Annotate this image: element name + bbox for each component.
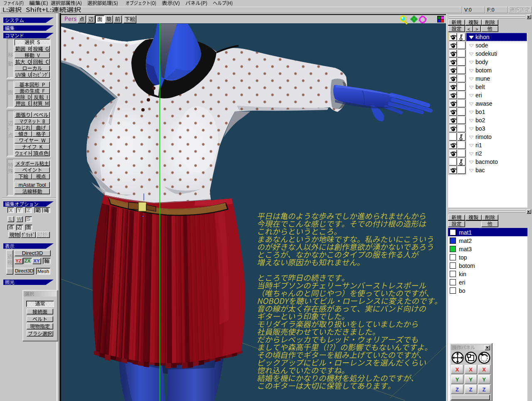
svg-text:V:0: V:0 (464, 7, 472, 13)
svg-text:F:0: F:0 (487, 7, 495, 13)
svg-text:XY: XY (33, 258, 40, 263)
svg-text:Z: Z (27, 207, 30, 213)
svg-text:ZX: ZX (25, 258, 31, 263)
svg-text:Y: Y (17, 207, 21, 213)
svg-text:L: L (9, 216, 12, 222)
svg-text:S: S (27, 216, 30, 222)
svg-text:Direct3D: Direct3D (15, 268, 34, 273)
svg-text:Mesh: Mesh (37, 269, 49, 274)
svg-text:X: X (9, 207, 13, 213)
svg-text:Direct3D: Direct3D (22, 250, 43, 256)
svg-text:YZ: YZ (15, 258, 22, 263)
svg-text:mAstar Tool: mAstar Tool (19, 182, 46, 188)
svg-text:<: < (468, 27, 470, 32)
svg-text:W: W (17, 216, 22, 222)
svg-text:>: > (475, 27, 478, 32)
